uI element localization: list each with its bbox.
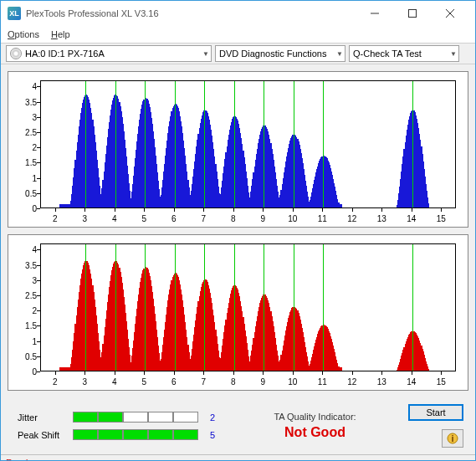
segment bbox=[98, 412, 123, 423]
segment bbox=[148, 429, 173, 440]
jitter-label: Jitter bbox=[18, 412, 66, 423]
statusbar: Ready bbox=[1, 454, 475, 461]
maximize-button[interactable] bbox=[393, 1, 431, 26]
status-text: Ready bbox=[6, 458, 33, 462]
info-icon: i bbox=[447, 433, 458, 444]
device-select-value: HA:0 ID:1 PX-716A bbox=[25, 49, 105, 59]
quality-value: Not Good bbox=[222, 425, 408, 440]
functions-select[interactable]: DVD Diagnostic Functions ▼ bbox=[215, 45, 345, 62]
test-select-value: Q-Check TA Test bbox=[353, 49, 422, 59]
segment bbox=[173, 429, 198, 440]
titlebar: XL PlexTools Professional XL V3.16 bbox=[1, 1, 475, 26]
peakshift-label: Peak Shift bbox=[18, 430, 66, 440]
svg-text:i: i bbox=[451, 433, 453, 443]
jitter-metric: Jitter 2 bbox=[18, 412, 222, 423]
window-title: PlexTools Professional XL V3.16 bbox=[26, 8, 356, 18]
segment bbox=[73, 429, 98, 440]
chart-bottom: 00.511.522.533.5423456789101112131415 bbox=[8, 234, 468, 391]
segment bbox=[73, 412, 98, 423]
segment bbox=[98, 429, 123, 440]
peakshift-value: 5 bbox=[210, 430, 222, 440]
peakshift-metric: Peak Shift 5 bbox=[18, 429, 222, 440]
content-area: 00.511.522.533.5423456789101112131415 00… bbox=[1, 64, 475, 401]
start-button[interactable]: Start bbox=[408, 404, 463, 421]
peakshift-bar bbox=[73, 429, 198, 440]
chevron-down-icon: ▼ bbox=[450, 50, 457, 58]
segment bbox=[123, 412, 148, 423]
close-button[interactable] bbox=[431, 1, 468, 26]
menu-help[interactable]: Help bbox=[51, 29, 70, 39]
chart-top: 00.511.522.533.5423456789101112131415 bbox=[8, 71, 468, 228]
quality-label: TA Quality Indicator: bbox=[222, 412, 408, 422]
footer-panel: Jitter 2 Peak Shift 5 TA Quality Indicat… bbox=[1, 401, 475, 454]
jitter-bar bbox=[73, 412, 198, 423]
jitter-value: 2 bbox=[210, 412, 222, 423]
functions-select-value: DVD Diagnostic Functions bbox=[219, 49, 326, 59]
segment bbox=[148, 412, 173, 423]
device-select[interactable]: HA:0 ID:1 PX-716A ▼ bbox=[6, 45, 212, 62]
svg-rect-1 bbox=[408, 10, 416, 18]
menu-options[interactable]: Options bbox=[8, 29, 39, 39]
app-logo-icon: XL bbox=[8, 7, 21, 20]
test-select[interactable]: Q-Check TA Test ▼ bbox=[349, 45, 459, 62]
segment bbox=[173, 412, 198, 423]
disc-icon bbox=[10, 48, 22, 59]
minimize-button[interactable] bbox=[356, 1, 393, 26]
segment bbox=[123, 429, 148, 440]
menubar: Options Help bbox=[1, 26, 475, 43]
chevron-down-icon: ▼ bbox=[202, 50, 209, 58]
quality-indicator: TA Quality Indicator: Not Good bbox=[222, 412, 408, 440]
toolbar: HA:0 ID:1 PX-716A ▼ DVD Diagnostic Funct… bbox=[1, 43, 475, 64]
info-button[interactable]: i bbox=[442, 429, 463, 448]
chevron-down-icon: ▼ bbox=[336, 50, 343, 58]
